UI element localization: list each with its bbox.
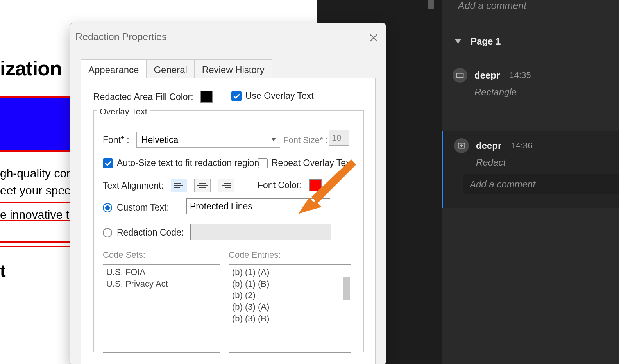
doc-textline: e innovative t: [0, 208, 69, 221]
list-item[interactable]: (b) (3) (A): [232, 301, 348, 313]
repeat-row: Repeat Overlay Text: [258, 158, 353, 168]
use-overlay-row: Use Overlay Text: [231, 91, 314, 101]
comments-panel: Add a comment Page 1 deepr 14:35 Rectang…: [442, 0, 619, 364]
redline: [0, 202, 72, 203]
comment-time: 14:36: [511, 141, 532, 151]
overlay-text-legend: Overlay Text: [97, 107, 150, 117]
auto-size-label: Auto-Size text to fit redaction region: [117, 158, 259, 168]
list-item[interactable]: (b) (2): [232, 289, 348, 301]
auto-size-row: Auto-Size text to fit redaction region: [103, 158, 259, 168]
list-item[interactable]: U.S. FOIA: [106, 266, 216, 278]
tab-review-history[interactable]: Review History: [195, 59, 272, 80]
font-color-label: Font Color:: [258, 180, 302, 191]
align-left-button[interactable]: [171, 179, 187, 192]
custom-text-label: Custom Text:: [117, 202, 169, 213]
add-comment-input[interactable]: Add a comment: [463, 174, 619, 194]
alignment-label: Text Alignment:: [103, 180, 164, 191]
list-item[interactable]: (b) (1) (A): [232, 266, 348, 278]
list-item[interactable]: (b) (1) (B): [232, 278, 348, 290]
font-label: Font* :: [103, 135, 129, 145]
code-entries-label: Code Entries:: [229, 250, 281, 260]
font-size-input[interactable]: [329, 130, 349, 146]
font-row: Font* : Helvetica: [103, 132, 280, 148]
fill-color-label: Redacted Area Fill Color:: [93, 92, 193, 102]
tab-appearance[interactable]: Appearance: [81, 59, 146, 80]
alignment-row: Text Alignment:: [103, 179, 234, 192]
dialog-title: Redaction Properties: [75, 31, 166, 43]
custom-text-radio[interactable]: [103, 203, 112, 212]
chevron-down-icon: [455, 39, 461, 43]
align-right-button[interactable]: [218, 179, 234, 192]
repeat-checkbox[interactable]: [258, 158, 268, 168]
doc-heading: ization: [0, 57, 62, 80]
use-overlay-checkbox[interactable]: [231, 91, 242, 101]
redaction-code-row: Redaction Code:: [103, 227, 184, 238]
use-overlay-label: Use Overlay Text: [245, 91, 314, 101]
font-color-row: Font Color:: [258, 179, 322, 191]
custom-text-input[interactable]: [186, 198, 330, 214]
comment-user: deepr: [476, 140, 501, 151]
font-size-label: Font Size* :: [283, 135, 328, 145]
fill-color-row: Redacted Area Fill Color:: [93, 91, 213, 103]
redline: [0, 220, 72, 221]
code-entries-list[interactable]: (b) (1) (A) (b) (1) (B) (b) (2) (b) (3) …: [229, 264, 351, 353]
chevron-down-icon: [271, 138, 276, 141]
redaction-properties-dialog: Redaction Properties Appearance General …: [70, 23, 386, 364]
code-sets-label: Code Sets:: [103, 250, 145, 260]
code-sets-list[interactable]: U.S. FOIA U.S. Privacy Act: [103, 264, 220, 353]
svg-rect-2: [457, 73, 463, 78]
list-item[interactable]: U.S. Privacy Act: [106, 278, 216, 290]
redline: [0, 246, 72, 247]
fill-color-swatch[interactable]: [200, 91, 213, 103]
font-color-swatch[interactable]: [309, 179, 322, 191]
redact-icon: [454, 138, 469, 153]
list-item[interactable]: (b) (3) (B): [232, 313, 348, 325]
repeat-label: Repeat Overlay Text: [272, 158, 353, 168]
font-select[interactable]: Helvetica: [136, 132, 280, 148]
redaction-code-input: [190, 224, 331, 240]
rectangle-icon: [453, 68, 467, 83]
comment-item-selected[interactable]: deepr 14:36 Redact Add a comment: [442, 131, 619, 208]
redline: [0, 241, 72, 243]
page-label: Page 1: [471, 36, 501, 47]
font-select-value: Helvetica: [141, 135, 179, 145]
page-toggle[interactable]: Page 1: [455, 36, 501, 47]
scrollbar-thumb[interactable]: [343, 277, 350, 300]
dialog-tabs: Appearance General Review History: [81, 59, 272, 80]
doc-paragraph: gh-quality cor eet your spec: [0, 165, 70, 199]
align-center-button[interactable]: [194, 179, 211, 192]
comment-type: Rectangle: [474, 87, 610, 98]
doc-bluebox: [0, 96, 72, 152]
redaction-code-label: Redaction Code:: [117, 227, 184, 238]
comment-user: deepr: [474, 70, 500, 81]
close-icon[interactable]: [369, 33, 379, 43]
doc-subheading: t: [0, 261, 6, 281]
comment-time: 14:35: [509, 70, 531, 80]
auto-size-checkbox[interactable]: [103, 158, 113, 168]
tab-general[interactable]: General: [146, 59, 194, 80]
redaction-code-radio[interactable]: [103, 228, 112, 237]
comment-type: Redact: [476, 157, 610, 168]
scroll-indicator[interactable]: [428, 0, 434, 9]
comment-item[interactable]: deepr 14:35 Rectangle: [442, 61, 619, 105]
custom-text-row: Custom Text:: [103, 202, 169, 213]
add-comment-placeholder[interactable]: Add a comment: [458, 0, 526, 11]
